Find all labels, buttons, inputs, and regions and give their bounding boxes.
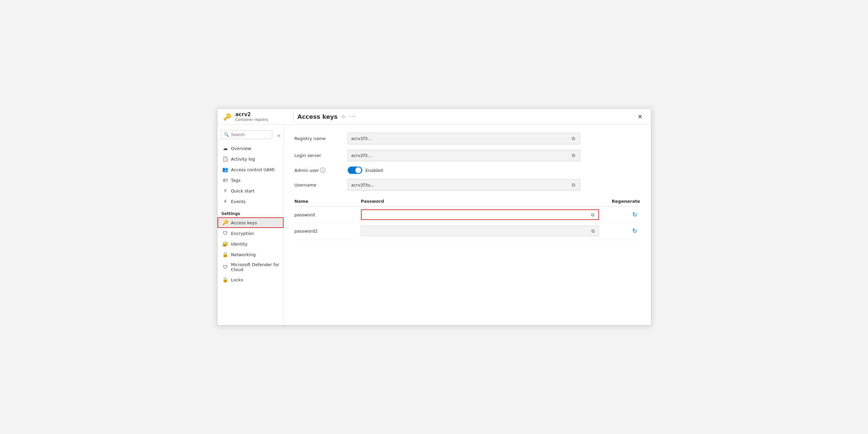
password-name-2: password2 <box>294 229 361 234</box>
page-title: Access keys <box>298 113 338 120</box>
sidebar-item-locks[interactable]: 🔒 Locks <box>217 274 284 285</box>
table-header: Name Password Regenerate <box>294 196 640 207</box>
sidebar-item-identity[interactable]: 🔐 Identity <box>217 239 284 249</box>
col-password-header: Password <box>361 199 600 204</box>
toggle-knob <box>355 167 361 173</box>
password-field-1-container: ⧉ <box>361 209 600 220</box>
search-row: 🔍 « <box>217 127 284 143</box>
password-field-2-container: ⧉ <box>361 226 600 236</box>
table-row: password2 ⧉ ↻ <box>294 223 640 239</box>
access-control-icon: 👥 <box>222 167 228 172</box>
locks-icon: 🔒 <box>222 277 228 283</box>
sidebar-item-label: Identity <box>231 241 248 246</box>
regenerate-button-1[interactable]: ↻ <box>629 209 640 220</box>
main-window: 🔑 acrv2 Container registry Access keys ☆… <box>217 108 651 326</box>
defender-icon: 🛡 <box>222 264 228 270</box>
app-info: 🔑 acrv2 Container registry <box>223 111 289 122</box>
identity-icon: 🔐 <box>222 241 228 247</box>
login-server-copy-button[interactable]: ⧉ <box>570 152 577 159</box>
regenerate-container-2: ↻ <box>600 226 640 236</box>
search-box[interactable]: 🔍 <box>221 130 272 139</box>
sidebar-item-label: Activity log <box>231 157 255 162</box>
sidebar-item-label: Quick start <box>231 189 255 194</box>
admin-user-info-icon[interactable]: i <box>320 168 326 173</box>
admin-user-enabled-label: Enabled <box>366 168 383 173</box>
registry-name-value: acrv2f3... <box>351 136 570 141</box>
page-title-bar: Access keys ☆ ··· <box>298 113 635 120</box>
sidebar-item-encryption[interactable]: 🛡 Encryption <box>217 228 284 239</box>
activity-log-icon: 📋 <box>222 156 228 162</box>
regenerate-button-2[interactable]: ↻ <box>629 226 640 236</box>
main-content: Registry name acrv2f3... ⧉ Login server … <box>284 125 651 325</box>
overview-icon: ☁ <box>222 145 228 151</box>
more-options-icon[interactable]: ··· <box>349 113 356 120</box>
sidebar-item-label: Microsoft Defender for Cloud <box>231 262 280 272</box>
encryption-icon: 🛡 <box>222 230 228 236</box>
username-row: Username acrv2f3u... ⧉ <box>294 179 640 191</box>
top-bar: 🔑 acrv2 Container registry Access keys ☆… <box>217 109 651 125</box>
registry-name-field: acrv2f3... ⧉ <box>348 133 580 144</box>
app-title: acrv2 <box>236 111 268 118</box>
favorite-icon[interactable]: ☆ <box>341 113 346 120</box>
search-icon: 🔍 <box>224 132 229 137</box>
admin-user-toggle[interactable] <box>348 167 362 174</box>
title-divider <box>293 111 293 122</box>
tags-icon: 🏷 <box>222 177 228 183</box>
username-label: Username <box>294 182 348 188</box>
login-server-value: acrv2f3... <box>351 153 570 158</box>
registry-name-row: Registry name acrv2f3... ⧉ <box>294 133 640 144</box>
password-copy-button-2[interactable]: ⧉ <box>590 228 596 235</box>
events-icon: ⚡ <box>222 198 228 204</box>
sidebar-item-label: Events <box>231 199 246 204</box>
sidebar-item-label: Networking <box>231 252 256 257</box>
body: 🔍 « ☁ Overview 📋 Activity log 👥 Access c… <box>217 125 651 325</box>
settings-section-label: Settings <box>217 207 284 217</box>
sidebar-item-access-control[interactable]: 👥 Access control (IAM) <box>217 164 284 175</box>
username-value: acrv2f3u... <box>351 182 570 188</box>
sidebar-item-activity-log[interactable]: 📋 Activity log <box>217 154 284 164</box>
sidebar-item-label: Tags <box>231 178 241 183</box>
admin-user-label: Admin user i <box>294 168 348 173</box>
registry-name-label: Registry name <box>294 136 348 141</box>
app-icon: 🔑 <box>223 112 232 122</box>
sidebar-item-quick-start[interactable]: ⚡ Quick start <box>217 186 284 196</box>
admin-user-row: Admin user i Enabled <box>294 167 640 174</box>
password-copy-button-1[interactable]: ⧉ <box>590 211 596 218</box>
passwords-table: Name Password Regenerate password ⧉ ↻ <box>294 196 640 239</box>
login-server-label: Login server <box>294 153 348 158</box>
col-name-header: Name <box>294 199 361 204</box>
password-name-1: password <box>294 212 361 217</box>
sidebar-item-events[interactable]: ⚡ Events <box>217 196 284 207</box>
sidebar: 🔍 « ☁ Overview 📋 Activity log 👥 Access c… <box>217 125 284 325</box>
quick-start-icon: ⚡ <box>222 188 228 194</box>
sidebar-item-access-keys[interactable]: 🔑 Access keys <box>217 217 284 228</box>
sidebar-item-label: Overview <box>231 146 251 151</box>
sidebar-item-defender[interactable]: 🛡 Microsoft Defender for Cloud <box>217 260 284 274</box>
password-input-1[interactable]: ⧉ <box>361 209 599 220</box>
table-row: password ⧉ ↻ <box>294 207 640 223</box>
password-input-2[interactable]: ⧉ <box>361 226 599 236</box>
registry-name-copy-button[interactable]: ⧉ <box>570 135 577 142</box>
username-field: acrv2f3u... ⧉ <box>348 179 580 191</box>
collapse-button[interactable]: « <box>276 133 282 138</box>
sidebar-item-overview[interactable]: ☁ Overview <box>217 143 284 154</box>
sidebar-item-tags[interactable]: 🏷 Tags <box>217 175 284 186</box>
search-input[interactable] <box>231 132 269 137</box>
app-title-block: acrv2 Container registry <box>236 111 268 122</box>
col-regenerate-header: Regenerate <box>600 199 640 204</box>
access-keys-icon: 🔑 <box>222 220 228 226</box>
admin-user-toggle-container: Enabled <box>348 167 383 174</box>
sidebar-item-label: Locks <box>231 277 243 282</box>
sidebar-item-label: Access control (IAM) <box>231 167 275 172</box>
login-server-row: Login server acrv2f3... ⧉ <box>294 149 640 161</box>
sidebar-item-networking[interactable]: 🔒 Networking <box>217 249 284 260</box>
sidebar-item-label: Encryption <box>231 231 254 236</box>
regenerate-container-1: ↻ <box>600 209 640 220</box>
networking-icon: 🔒 <box>222 252 228 258</box>
app-subtitle: Container registry <box>236 118 268 122</box>
close-button[interactable]: ✕ <box>635 111 646 122</box>
username-copy-button[interactable]: ⧉ <box>570 181 577 189</box>
login-server-field: acrv2f3... ⧉ <box>348 149 580 161</box>
sidebar-item-label: Access keys <box>231 220 257 225</box>
